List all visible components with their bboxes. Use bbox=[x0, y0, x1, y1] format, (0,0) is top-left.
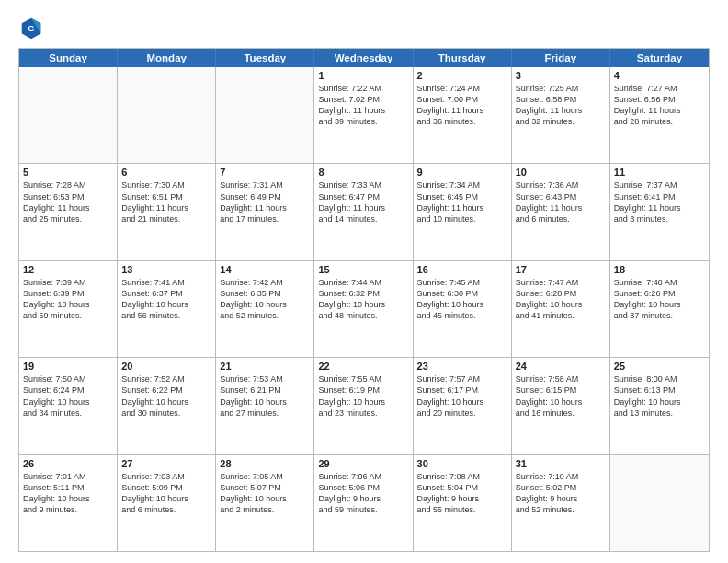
weekday-header: Thursday bbox=[414, 49, 512, 67]
calendar-cell: 11Sunrise: 7:37 AMSunset: 6:41 PMDayligh… bbox=[610, 164, 709, 259]
weekday-header: Wednesday bbox=[314, 49, 413, 67]
day-info: Sunrise: 7:50 AMSunset: 6:24 PMDaylight:… bbox=[23, 373, 113, 419]
day-info: Sunrise: 7:01 AMSunset: 5:11 PMDaylight:… bbox=[23, 471, 113, 516]
page-header: G bbox=[18, 15, 710, 40]
day-info: Sunrise: 7:47 AMSunset: 6:28 PMDaylight:… bbox=[516, 277, 606, 322]
calendar-cell: 4Sunrise: 7:27 AMSunset: 6:56 PMDaylight… bbox=[610, 67, 709, 163]
day-number: 21 bbox=[220, 361, 310, 372]
day-info: Sunrise: 7:05 AMSunset: 5:07 PMDaylight:… bbox=[220, 471, 310, 516]
day-info: Sunrise: 7:31 AMSunset: 6:49 PMDaylight:… bbox=[220, 179, 310, 224]
day-number: 20 bbox=[121, 361, 211, 372]
day-info: Sunrise: 7:41 AMSunset: 6:37 PMDaylight:… bbox=[121, 277, 211, 322]
day-info: Sunrise: 7:55 AMSunset: 6:19 PMDaylight:… bbox=[318, 373, 408, 419]
day-number: 5 bbox=[23, 167, 113, 178]
day-number: 18 bbox=[614, 264, 705, 275]
calendar-cell: 12Sunrise: 7:39 AMSunset: 6:39 PMDayligh… bbox=[19, 261, 118, 357]
day-info: Sunrise: 7:45 AMSunset: 6:30 PMDaylight:… bbox=[417, 277, 507, 322]
calendar-header: SundayMondayTuesdayWednesdayThursdayFrid… bbox=[19, 49, 709, 67]
calendar-cell: 10Sunrise: 7:36 AMSunset: 6:43 PMDayligh… bbox=[512, 164, 610, 259]
day-info: Sunrise: 7:53 AMSunset: 6:21 PMDaylight:… bbox=[220, 373, 310, 419]
calendar-row: 1Sunrise: 7:22 AMSunset: 7:02 PMDaylight… bbox=[19, 67, 709, 163]
day-number: 13 bbox=[121, 264, 211, 275]
calendar-cell: 14Sunrise: 7:42 AMSunset: 6:35 PMDayligh… bbox=[216, 261, 314, 357]
calendar-cell: 23Sunrise: 7:57 AMSunset: 6:17 PMDayligh… bbox=[414, 358, 512, 454]
calendar-cell: 16Sunrise: 7:45 AMSunset: 6:30 PMDayligh… bbox=[414, 261, 512, 357]
day-info: Sunrise: 7:24 AMSunset: 7:00 PMDaylight:… bbox=[417, 83, 507, 128]
day-info: Sunrise: 7:34 AMSunset: 6:45 PMDaylight:… bbox=[417, 179, 507, 224]
day-info: Sunrise: 7:25 AMSunset: 6:58 PMDaylight:… bbox=[516, 83, 606, 128]
calendar-cell: 19Sunrise: 7:50 AMSunset: 6:24 PMDayligh… bbox=[19, 358, 118, 454]
day-info: Sunrise: 7:58 AMSunset: 6:15 PMDaylight:… bbox=[516, 373, 606, 419]
calendar-cell bbox=[19, 67, 118, 163]
day-number: 19 bbox=[23, 361, 113, 372]
day-info: Sunrise: 7:28 AMSunset: 6:53 PMDaylight:… bbox=[23, 179, 113, 224]
day-number: 22 bbox=[318, 361, 408, 372]
calendar-cell: 21Sunrise: 7:53 AMSunset: 6:21 PMDayligh… bbox=[216, 358, 314, 454]
day-info: Sunrise: 7:37 AMSunset: 6:41 PMDaylight:… bbox=[614, 179, 705, 224]
day-number: 27 bbox=[121, 458, 211, 469]
day-info: Sunrise: 7:42 AMSunset: 6:35 PMDaylight:… bbox=[220, 277, 310, 322]
day-number: 8 bbox=[318, 167, 408, 178]
day-info: Sunrise: 7:27 AMSunset: 6:56 PMDaylight:… bbox=[614, 83, 705, 128]
day-number: 29 bbox=[318, 458, 408, 469]
calendar-cell: 20Sunrise: 7:52 AMSunset: 6:22 PMDayligh… bbox=[118, 358, 216, 454]
calendar-cell: 28Sunrise: 7:05 AMSunset: 5:07 PMDayligh… bbox=[216, 455, 314, 551]
calendar-cell: 31Sunrise: 7:10 AMSunset: 5:02 PMDayligh… bbox=[512, 455, 610, 551]
weekday-header: Saturday bbox=[610, 49, 709, 67]
calendar-cell: 9Sunrise: 7:34 AMSunset: 6:45 PMDaylight… bbox=[414, 164, 512, 259]
day-info: Sunrise: 7:39 AMSunset: 6:39 PMDaylight:… bbox=[23, 277, 113, 322]
calendar-cell: 13Sunrise: 7:41 AMSunset: 6:37 PMDayligh… bbox=[118, 261, 216, 357]
calendar-cell bbox=[118, 67, 216, 163]
day-info: Sunrise: 7:03 AMSunset: 5:09 PMDaylight:… bbox=[121, 471, 211, 516]
day-number: 3 bbox=[516, 70, 606, 81]
calendar-cell: 5Sunrise: 7:28 AMSunset: 6:53 PMDaylight… bbox=[19, 164, 118, 259]
day-info: Sunrise: 7:22 AMSunset: 7:02 PMDaylight:… bbox=[318, 83, 408, 128]
calendar-row: 12Sunrise: 7:39 AMSunset: 6:39 PMDayligh… bbox=[19, 260, 709, 357]
day-number: 23 bbox=[417, 361, 507, 372]
calendar-cell: 3Sunrise: 7:25 AMSunset: 6:58 PMDaylight… bbox=[512, 67, 610, 163]
calendar-body: 1Sunrise: 7:22 AMSunset: 7:02 PMDaylight… bbox=[19, 67, 709, 551]
day-number: 24 bbox=[516, 361, 606, 372]
day-number: 16 bbox=[417, 264, 507, 275]
svg-text:G: G bbox=[28, 24, 34, 33]
day-number: 1 bbox=[318, 70, 408, 81]
calendar-cell: 25Sunrise: 8:00 AMSunset: 6:13 PMDayligh… bbox=[610, 358, 709, 454]
day-info: Sunrise: 7:33 AMSunset: 6:47 PMDaylight:… bbox=[318, 179, 408, 224]
weekday-header: Sunday bbox=[19, 49, 118, 67]
calendar-cell: 27Sunrise: 7:03 AMSunset: 5:09 PMDayligh… bbox=[118, 455, 216, 551]
day-info: Sunrise: 7:30 AMSunset: 6:51 PMDaylight:… bbox=[121, 179, 211, 224]
calendar-row: 26Sunrise: 7:01 AMSunset: 5:11 PMDayligh… bbox=[19, 454, 709, 551]
logo: G bbox=[18, 15, 48, 40]
calendar-row: 5Sunrise: 7:28 AMSunset: 6:53 PMDaylight… bbox=[19, 163, 709, 259]
day-number: 25 bbox=[614, 361, 705, 372]
day-info: Sunrise: 7:48 AMSunset: 6:26 PMDaylight:… bbox=[614, 277, 705, 322]
logo-icon: G bbox=[18, 15, 44, 40]
weekday-header: Friday bbox=[512, 49, 610, 67]
calendar-cell: 26Sunrise: 7:01 AMSunset: 5:11 PMDayligh… bbox=[19, 455, 118, 551]
calendar-cell: 8Sunrise: 7:33 AMSunset: 6:47 PMDaylight… bbox=[314, 164, 413, 259]
day-info: Sunrise: 7:06 AMSunset: 5:06 PMDaylight:… bbox=[318, 471, 408, 516]
weekday-header: Tuesday bbox=[216, 49, 314, 67]
calendar-cell: 30Sunrise: 7:08 AMSunset: 5:04 PMDayligh… bbox=[414, 455, 512, 551]
calendar-cell: 6Sunrise: 7:30 AMSunset: 6:51 PMDaylight… bbox=[118, 164, 216, 259]
day-info: Sunrise: 8:00 AMSunset: 6:13 PMDaylight:… bbox=[614, 373, 705, 419]
calendar-cell: 29Sunrise: 7:06 AMSunset: 5:06 PMDayligh… bbox=[314, 455, 413, 551]
calendar-cell bbox=[610, 455, 709, 551]
day-number: 12 bbox=[23, 264, 113, 275]
day-number: 28 bbox=[220, 458, 310, 469]
calendar-cell: 2Sunrise: 7:24 AMSunset: 7:00 PMDaylight… bbox=[414, 67, 512, 163]
calendar-cell: 1Sunrise: 7:22 AMSunset: 7:02 PMDaylight… bbox=[314, 67, 413, 163]
calendar-row: 19Sunrise: 7:50 AMSunset: 6:24 PMDayligh… bbox=[19, 357, 709, 454]
day-number: 17 bbox=[516, 264, 606, 275]
day-number: 30 bbox=[417, 458, 507, 469]
day-info: Sunrise: 7:08 AMSunset: 5:04 PMDaylight:… bbox=[417, 471, 507, 516]
day-number: 31 bbox=[516, 458, 606, 469]
calendar-cell bbox=[216, 67, 314, 163]
day-info: Sunrise: 7:52 AMSunset: 6:22 PMDaylight:… bbox=[121, 373, 211, 419]
day-number: 2 bbox=[417, 70, 507, 81]
calendar-cell: 22Sunrise: 7:55 AMSunset: 6:19 PMDayligh… bbox=[314, 358, 413, 454]
day-number: 14 bbox=[220, 264, 310, 275]
day-number: 9 bbox=[417, 167, 507, 178]
day-number: 4 bbox=[614, 70, 705, 81]
day-number: 10 bbox=[516, 167, 606, 178]
